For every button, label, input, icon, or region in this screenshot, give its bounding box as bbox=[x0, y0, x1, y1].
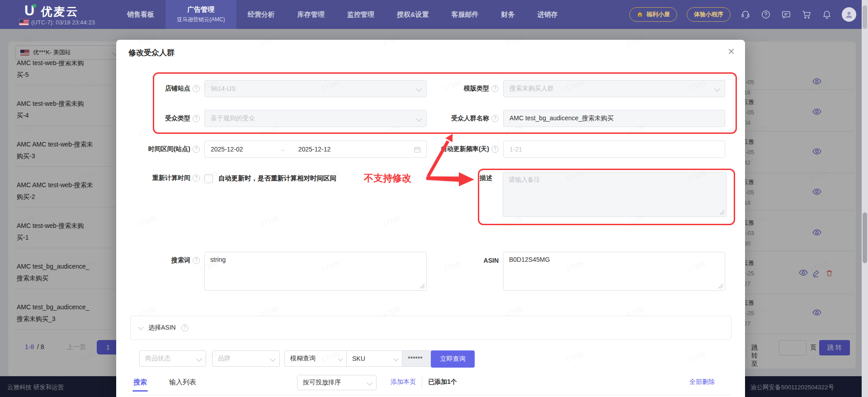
menu-item-label: 监控管理 bbox=[347, 10, 374, 19]
timezone-text: (UTC-7): 03/18 23:44:23 bbox=[31, 19, 95, 26]
scrollbar-thumb[interactable] bbox=[863, 213, 867, 263]
help-circle-icon: ? bbox=[491, 85, 499, 92]
menu-item-8[interactable]: 财务 bbox=[490, 0, 526, 29]
user-avatar[interactable] bbox=[842, 7, 856, 22]
customer-service-icon[interactable] bbox=[740, 9, 751, 20]
active-tab-underline bbox=[132, 390, 148, 392]
select-asin-title: 选择ASIN bbox=[148, 324, 176, 332]
house-icon bbox=[637, 11, 643, 18]
added-count: 已添加1个 bbox=[428, 378, 457, 386]
refresh-rate-label: 自动更新频率(天)? bbox=[387, 145, 499, 154]
help-circle-icon: ? bbox=[193, 257, 200, 264]
menu-item-label: 进销存 bbox=[538, 10, 558, 19]
audience-type-label: 受众类型? bbox=[116, 114, 200, 123]
recalc-checkbox-label: 自动更新时，是否重新计算相对时间区间 bbox=[218, 174, 336, 183]
recalc-time-label: 重新计算时间? bbox=[116, 174, 200, 183]
menu-item-9[interactable]: 进销存 bbox=[526, 0, 569, 29]
tab-search[interactable]: 搜索 bbox=[133, 378, 147, 387]
audience-name-input[interactable]: AMC test_bg_audicence_搜索未购买 bbox=[503, 110, 725, 127]
brand-name: 优麦云 bbox=[41, 3, 79, 19]
mini-program-label: 体验小程序 bbox=[694, 10, 723, 19]
menu-item-label: 财务 bbox=[501, 10, 515, 19]
recalc-checkbox[interactable] bbox=[204, 175, 213, 183]
chevron-collapse-icon bbox=[138, 324, 144, 330]
app-viewport: U 优麦云 (UTC-7): 03/18 23:44:23 销售看板广告管理亚马… bbox=[0, 0, 868, 397]
menu-item-label: 销售看板 bbox=[127, 10, 154, 19]
refresh-rate-input[interactable]: 1-21 bbox=[503, 141, 725, 158]
modal-title: 修改受众人群 bbox=[128, 47, 175, 58]
menu-item-3[interactable]: 经营分析 bbox=[236, 0, 286, 29]
welfare-house-label: 福利小屋 bbox=[646, 10, 670, 19]
search-term-textarea[interactable]: string bbox=[204, 252, 427, 291]
description-textarea[interactable] bbox=[503, 172, 726, 217]
scrollbar-thumb-top[interactable] bbox=[863, 5, 867, 29]
audience-name-label: 受众人群名称? bbox=[387, 114, 499, 123]
menu-item-label: 授权&设置 bbox=[397, 10, 429, 19]
search-term-label: 搜索词? bbox=[116, 256, 200, 265]
help-circle-icon: ? bbox=[193, 85, 200, 92]
topbar-right-cluster: 福利小屋 体验小程序 bbox=[629, 0, 856, 29]
description-label: 描述 bbox=[472, 174, 492, 183]
brand-logo[interactable]: U 优麦云 bbox=[24, 3, 79, 19]
select-asin-panel-header[interactable]: 选择ASIN ? bbox=[130, 316, 731, 340]
help-circle-icon: ? bbox=[491, 146, 499, 153]
menu-item-6[interactable]: 授权&设置 bbox=[386, 0, 440, 29]
store-site-label: 店铺站点? bbox=[116, 84, 200, 93]
edit-audience-modal: 修改受众人群 ✕ 店铺站点? 9614-US 模版类型? 搜索未购买人群 受众类… bbox=[116, 40, 745, 397]
cart-icon[interactable] bbox=[801, 9, 812, 20]
asin-label: ASIN bbox=[433, 256, 499, 265]
search-now-button[interactable]: 立即查询 bbox=[431, 350, 475, 368]
chevron-down-icon bbox=[393, 356, 398, 361]
menu-item-label: 经营分析 bbox=[248, 10, 275, 19]
brand-logo-icon: U bbox=[24, 3, 34, 19]
menu-item-1[interactable]: 销售看板 bbox=[116, 0, 165, 29]
match-mode-select[interactable]: 模糊查询 bbox=[285, 351, 347, 366]
sku-field-select[interactable]: SKU bbox=[347, 351, 402, 366]
mini-program-button[interactable]: 体验小程序 bbox=[687, 7, 731, 22]
table-top-border bbox=[130, 395, 731, 395]
menu-item-7[interactable]: 客服邮件 bbox=[440, 0, 490, 29]
scrollbar-track[interactable] bbox=[862, 0, 868, 397]
notification-bell-icon[interactable] bbox=[821, 9, 832, 20]
template-type-label: 模版类型? bbox=[387, 84, 499, 93]
divider bbox=[422, 376, 422, 388]
menu-item-4[interactable]: 库存管理 bbox=[286, 0, 336, 29]
menu-item-sublabel: 亚马逊营销云(AMC) bbox=[177, 16, 225, 24]
chevron-down-icon bbox=[338, 356, 343, 361]
help-circle-icon: ? bbox=[181, 324, 189, 331]
date-range-label: 时间区间(站点)? bbox=[116, 145, 200, 154]
sort-select[interactable]: 按可投放排序 bbox=[297, 375, 377, 390]
product-status-select[interactable]: 商品状态 bbox=[139, 350, 206, 367]
close-icon[interactable]: ✕ bbox=[727, 46, 735, 57]
help-circle-icon: ? bbox=[193, 146, 200, 153]
range-arrow: → bbox=[279, 146, 286, 153]
help-circle-icon: ? bbox=[193, 175, 200, 182]
top-navigation-bar: U 优麦云 (UTC-7): 03/18 23:44:23 销售看板广告管理亚马… bbox=[0, 0, 868, 29]
chevron-down-icon bbox=[714, 86, 720, 92]
menu-item-5[interactable]: 监控管理 bbox=[336, 0, 386, 29]
add-page-link[interactable]: 添加本页 bbox=[391, 378, 416, 386]
annotation-note: 不支持修改 bbox=[364, 172, 411, 184]
welfare-house-button[interactable]: 福利小屋 bbox=[629, 7, 677, 22]
menu-item-label: 客服邮件 bbox=[452, 10, 479, 19]
menu-item-2[interactable]: 广告管理亚马逊营销云(AMC) bbox=[165, 0, 236, 29]
message-icon[interactable] bbox=[781, 9, 792, 20]
menu-item-label: 广告管理 bbox=[187, 5, 214, 14]
template-type-select[interactable]: 搜索未购买人群 bbox=[503, 80, 725, 97]
asin-textarea[interactable]: B0D12S45MG bbox=[503, 252, 725, 291]
remove-all-link[interactable]: 全部删除 bbox=[689, 378, 715, 386]
main-menu: 销售看板广告管理亚马逊营销云(AMC)经营分析库存管理监控管理授权&设置客服邮件… bbox=[116, 0, 569, 29]
us-flag-icon bbox=[19, 19, 28, 25]
menu-item-label: 库存管理 bbox=[297, 10, 325, 19]
help-circle-icon: ? bbox=[491, 115, 499, 122]
help-icon[interactable] bbox=[760, 9, 771, 20]
tab-input-list[interactable]: 输入列表 bbox=[169, 378, 196, 387]
brand-select[interactable]: 品牌 bbox=[212, 350, 280, 367]
timezone-clock: (UTC-7): 03/18 23:44:23 bbox=[19, 19, 95, 26]
help-circle-icon: ? bbox=[193, 115, 200, 122]
